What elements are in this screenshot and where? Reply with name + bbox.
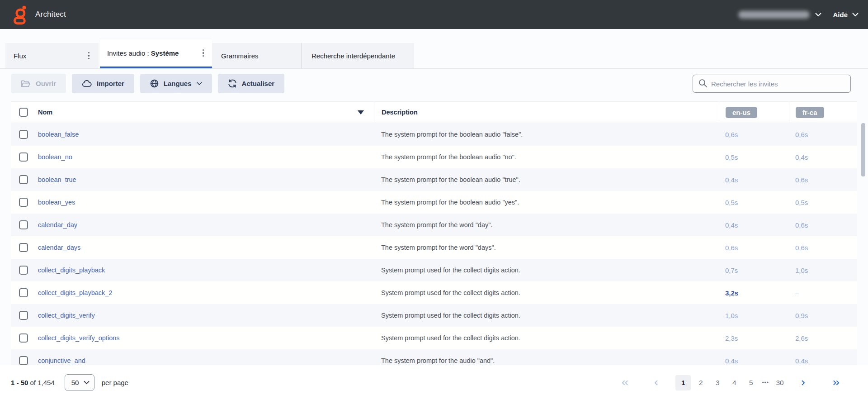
import-button-label: Importer: [97, 80, 124, 87]
duration-fr-ca: 0,6s: [789, 123, 857, 146]
next-page-button[interactable]: [798, 378, 808, 387]
globe-icon: [150, 79, 159, 88]
languages-button[interactable]: Langues: [140, 74, 212, 93]
vertical-scrollbar[interactable]: [861, 123, 865, 176]
row-checkbox[interactable]: [19, 130, 28, 139]
row-checkbox[interactable]: [19, 220, 28, 229]
result-range: 1 - 50 of 1,454: [11, 379, 55, 386]
row-checkbox[interactable]: [19, 152, 28, 162]
prompt-name-link[interactable]: collect_digits_playback_2: [38, 289, 112, 296]
select-all-checkbox[interactable]: [19, 108, 28, 117]
duration-fr-ca: 0,9s: [789, 304, 857, 327]
prompt-name-link[interactable]: conjunctive_and: [38, 357, 85, 364]
prompt-name-link[interactable]: collect_digits_verify: [38, 312, 95, 319]
duration-fr-ca: 0,4s: [789, 146, 857, 168]
page-button-5[interactable]: 5: [744, 375, 758, 390]
table-row: collect_digits_playback_2 System prompt …: [11, 281, 857, 304]
page-button-4[interactable]: 4: [727, 375, 741, 390]
prompt-name-link[interactable]: boolean_yes: [38, 199, 75, 206]
row-checkbox[interactable]: [19, 333, 28, 343]
user-name-redacted: [738, 11, 810, 19]
chevron-down-icon: [197, 82, 202, 86]
table-row: boolean_false The system prompt for the …: [11, 123, 857, 146]
prompt-description: System prompt used for the collect digit…: [374, 327, 719, 349]
duration-en-us: 3,2s: [719, 281, 789, 304]
prompt-name-link[interactable]: calendar_days: [38, 244, 80, 251]
table-row: collect_digits_verify System prompt used…: [11, 304, 857, 327]
tab-recherche-interdependante[interactable]: Recherche interdépendante: [301, 43, 414, 68]
prompt-name-link[interactable]: boolean_false: [38, 131, 79, 138]
page-size-select[interactable]: 50: [65, 374, 94, 391]
pager: 12345•••30: [618, 375, 843, 390]
previous-page-button[interactable]: [651, 378, 661, 387]
refresh-button-label: Actualiser: [242, 80, 275, 87]
row-checkbox[interactable]: [19, 198, 28, 207]
prompt-description: System prompt used for the collect digit…: [374, 259, 719, 281]
duration-en-us: 2,3s: [719, 327, 789, 349]
genesys-logo-icon: [12, 4, 30, 25]
column-header-description: Description: [382, 109, 418, 116]
page-button-1[interactable]: 1: [675, 375, 691, 390]
duration-en-us: 0,4s: [719, 168, 789, 191]
lang-badge-fr-ca[interactable]: fr-ca: [796, 107, 824, 118]
tab-invites-label: Invites audio : Système: [107, 49, 179, 57]
row-checkbox[interactable]: [19, 311, 28, 320]
search-input[interactable]: [711, 80, 845, 88]
sort-filter-icon[interactable]: [358, 110, 364, 114]
search-box: [693, 75, 851, 93]
duration-en-us: 0,4s: [719, 214, 789, 236]
prompt-name-link[interactable]: boolean_no: [38, 153, 72, 161]
user-menu[interactable]: [738, 11, 821, 19]
lang-badge-en-us[interactable]: en-us: [726, 107, 757, 118]
prompt-name-link[interactable]: collect_digits_verify_options: [38, 334, 120, 342]
app-header: Architect Aide: [0, 0, 868, 29]
tab-grammaires[interactable]: Grammaires: [212, 43, 301, 68]
cloud-icon: [82, 80, 92, 87]
table-row: boolean_true The system prompt for the b…: [11, 168, 857, 191]
duration-en-us: 0,6s: [719, 123, 789, 146]
folder-open-icon: [21, 80, 31, 88]
page-button-3[interactable]: 3: [711, 375, 724, 390]
kebab-menu-icon[interactable]: [85, 50, 93, 62]
row-checkbox[interactable]: [19, 175, 28, 184]
duration-en-us: 0,7s: [719, 259, 789, 281]
refresh-button[interactable]: Actualiser: [218, 74, 285, 93]
prompt-description: The system prompt for the boolean audio …: [374, 123, 719, 146]
pagination-bar: 1 - 50 of 1,454 50 per page 12345•••30: [0, 365, 868, 400]
row-checkbox[interactable]: [19, 266, 28, 275]
open-button-label: Ouvrir: [36, 80, 56, 87]
table-row: collect_digits_verify_options System pro…: [11, 327, 857, 349]
row-checkbox[interactable]: [19, 288, 28, 297]
page-number-list: 12345•••30: [675, 375, 787, 390]
chevron-down-icon: [852, 13, 858, 17]
import-button[interactable]: Importer: [72, 74, 134, 93]
open-button[interactable]: Ouvrir: [11, 74, 66, 93]
tab-invites-audio-active[interactable]: Invites audio : Système: [100, 39, 212, 68]
prompts-table: Nom Description en-us fr-ca boolean_fals…: [11, 101, 857, 365]
app-title: Architect: [35, 10, 66, 19]
prompt-name-link[interactable]: boolean_true: [38, 176, 76, 183]
row-checkbox[interactable]: [19, 356, 28, 365]
refresh-icon: [228, 79, 237, 88]
prompt-name-link[interactable]: calendar_day: [38, 221, 77, 229]
tab-grammaires-label: Grammaires: [221, 52, 259, 60]
prompt-description: System prompt used for the collect digit…: [374, 281, 719, 304]
chevron-down-icon: [815, 13, 821, 17]
help-menu[interactable]: Aide: [833, 11, 858, 19]
duration-fr-ca: 0,6s: [789, 168, 857, 191]
row-checkbox[interactable]: [19, 243, 28, 252]
first-page-button[interactable]: [618, 378, 632, 387]
duration-fr-ca: 0,5s: [789, 191, 857, 214]
kebab-menu-icon[interactable]: [200, 48, 207, 59]
tab-flux[interactable]: Flux: [5, 43, 99, 68]
table-row: collect_digits_playback System prompt us…: [11, 259, 857, 281]
duration-fr-ca: 0,6s: [789, 236, 857, 259]
table-header-row: Nom Description en-us fr-ca: [11, 101, 857, 123]
last-page-button[interactable]: [830, 378, 843, 387]
page-button-2[interactable]: 2: [694, 375, 708, 390]
page-ellipsis[interactable]: •••: [761, 380, 770, 386]
duration-en-us: 0,5s: [719, 191, 789, 214]
duration-en-us: 1,0s: [719, 304, 789, 327]
page-button-30[interactable]: 30: [773, 375, 787, 390]
prompt-name-link[interactable]: collect_digits_playback: [38, 267, 105, 274]
